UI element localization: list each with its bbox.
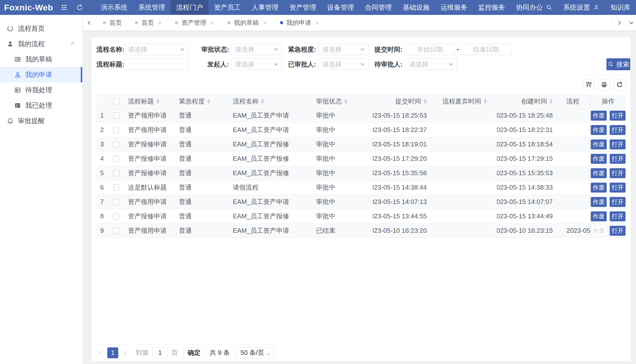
header-create-time[interactable]: 创建时间 [497, 94, 556, 108]
open-button[interactable]: 打开 [610, 125, 625, 135]
header-submit-time[interactable]: 提交时间 [373, 94, 432, 108]
approval-status-select[interactable]: 请选择 [231, 44, 282, 55]
navbar-user-icon[interactable] [593, 4, 599, 11]
open-button[interactable]: 打开 [610, 182, 625, 192]
sort-icon[interactable] [344, 99, 348, 104]
navbar-menu-item[interactable]: 合同管理 [359, 0, 397, 15]
prev-page-icon[interactable] [96, 350, 105, 355]
navbar-search-icon[interactable] [546, 4, 552, 11]
void-button[interactable]: 作废 [591, 140, 607, 149]
search-button[interactable]: 搜索 [606, 58, 630, 70]
sidebar-item-approval-reminder[interactable]: 审批提醒 [0, 113, 82, 128]
open-button[interactable]: 打开 [610, 140, 625, 149]
sort-icon[interactable] [156, 99, 159, 104]
navbar-menu-item[interactable]: 基础设施 [397, 0, 435, 15]
tabs-scroll-right-icon[interactable] [612, 15, 626, 30]
navbar-menu-item[interactable]: 协同办公 [511, 0, 558, 15]
navbar-menu-item[interactable]: 系统设置 [558, 0, 605, 15]
navbar-menu-item[interactable]: 资产员工 [208, 0, 246, 15]
sidebar-item-handled-by-me[interactable]: 我已处理 [0, 98, 82, 113]
row-checkbox[interactable] [113, 112, 119, 119]
void-button[interactable]: 作废 [591, 212, 607, 221]
open-button[interactable]: 打开 [610, 111, 625, 120]
page-tab[interactable]: 我的草稿 × [221, 15, 273, 30]
header-abandon-time[interactable]: 流程废弃时间 [432, 94, 497, 108]
row-checkbox[interactable] [113, 199, 119, 205]
sort-icon[interactable] [549, 99, 553, 104]
navbar-menu-item[interactable]: 监控服务 [473, 0, 511, 15]
row-checkbox[interactable] [113, 156, 119, 162]
navbar-menu-item[interactable]: 人事管理 [246, 0, 284, 15]
page-tab[interactable]: 首页 × [96, 15, 128, 30]
sidebar-item-my-processes[interactable]: 我的流程 [0, 36, 82, 52]
page-number-button[interactable]: 1 [107, 348, 118, 358]
goto-confirm-button[interactable]: 确定 [183, 348, 205, 358]
table-header-row: 流程标题 紧急程度 流程名称 审批状态 提交时间 流程废弃时间 创建时间 流程 … [96, 94, 625, 108]
void-button[interactable]: 作废 [591, 168, 607, 178]
open-button[interactable]: 打开 [610, 154, 625, 164]
sort-icon[interactable] [423, 99, 427, 104]
open-button[interactable]: 打开 [610, 226, 625, 236]
cell-approval-status: 审批中 [313, 152, 373, 166]
column-settings-button[interactable] [583, 79, 594, 90]
end-date-input[interactable]: 结束日期 [460, 44, 512, 55]
sort-icon[interactable] [207, 99, 210, 104]
sidebar-item-my-applications[interactable]: 我的申请 [0, 67, 82, 82]
open-button[interactable]: 打开 [610, 168, 625, 178]
page-tab[interactable]: 首页 × [128, 15, 168, 30]
open-button[interactable]: 打开 [610, 197, 625, 207]
void-button[interactable]: 作废 [591, 125, 607, 135]
sidebar-item-pending-for-me[interactable]: 待我处理 [0, 82, 82, 98]
row-checkbox[interactable] [113, 184, 119, 191]
print-button[interactable] [598, 79, 610, 90]
refresh-table-button[interactable] [614, 79, 625, 90]
open-button[interactable]: 打开 [610, 212, 625, 221]
pending-approver-select[interactable]: 请选择 [405, 58, 457, 70]
navbar-menu-item[interactable]: 资产管理 [284, 0, 322, 15]
process-title-input[interactable] [124, 58, 188, 70]
header-approval-status[interactable]: 审批状态 [313, 94, 373, 108]
header-process-title[interactable]: 流程标题 [125, 94, 176, 108]
navbar-menu-item[interactable]: 流程门户 [171, 0, 208, 15]
navbar-menu-item[interactable]: 知识库 [605, 0, 636, 15]
page-tab[interactable]: 我的申请 × [274, 15, 326, 30]
start-date-input[interactable]: 开始日期 [405, 44, 455, 55]
tabs-scroll-left-icon[interactable] [83, 15, 96, 30]
approved-by-select[interactable]: 请选择 [318, 58, 368, 70]
process-name-select[interactable]: 请选择 [124, 44, 188, 55]
row-checkbox[interactable] [113, 228, 119, 234]
row-checkbox[interactable] [113, 213, 119, 220]
void-button[interactable]: 作废 [591, 111, 607, 120]
header-urgency[interactable]: 紧急程度 [176, 94, 230, 108]
tab-close-icon[interactable]: × [158, 20, 162, 26]
navbar-menu-item[interactable]: 设备管理 [322, 0, 359, 15]
navbar-menu-item[interactable]: 演示系统 [95, 0, 133, 15]
row-checkbox[interactable] [113, 141, 119, 148]
collapse-sidebar-icon[interactable] [59, 0, 70, 15]
row-checkbox[interactable] [113, 170, 119, 176]
page-tab[interactable]: 资产管理 × [168, 15, 221, 30]
refresh-page-icon[interactable] [74, 0, 85, 15]
next-page-icon[interactable] [121, 350, 129, 355]
void-button[interactable]: 作废 [591, 197, 607, 207]
select-all-checkbox[interactable] [113, 98, 119, 104]
header-process-name[interactable]: 流程名称 [230, 94, 313, 108]
tab-close-icon[interactable]: × [210, 20, 214, 26]
navbar-menu-item[interactable]: 运维服务 [435, 0, 473, 15]
tabs-menu-icon[interactable] [626, 15, 636, 30]
urgency-select[interactable]: 请选择 [318, 44, 368, 55]
tab-close-icon[interactable]: × [263, 20, 267, 26]
sidebar-item-my-drafts[interactable]: 我的草稿 [0, 52, 82, 67]
goto-page-input[interactable]: 1 [152, 348, 167, 358]
sort-icon[interactable] [484, 99, 487, 104]
navbar-menu-item[interactable]: 系统管理 [133, 0, 171, 15]
row-checkbox[interactable] [113, 127, 119, 133]
sidebar-item-process-home[interactable]: 流程首页 [0, 21, 82, 36]
void-button[interactable]: 作废 [591, 226, 607, 236]
void-button[interactable]: 作废 [591, 154, 607, 164]
initiator-select[interactable]: 请选择 [231, 58, 282, 70]
sort-icon[interactable] [261, 99, 264, 104]
tab-close-icon[interactable]: × [316, 20, 319, 26]
void-button[interactable]: 作废 [591, 182, 607, 192]
page-size-select[interactable]: 50 条/页 [236, 348, 274, 358]
